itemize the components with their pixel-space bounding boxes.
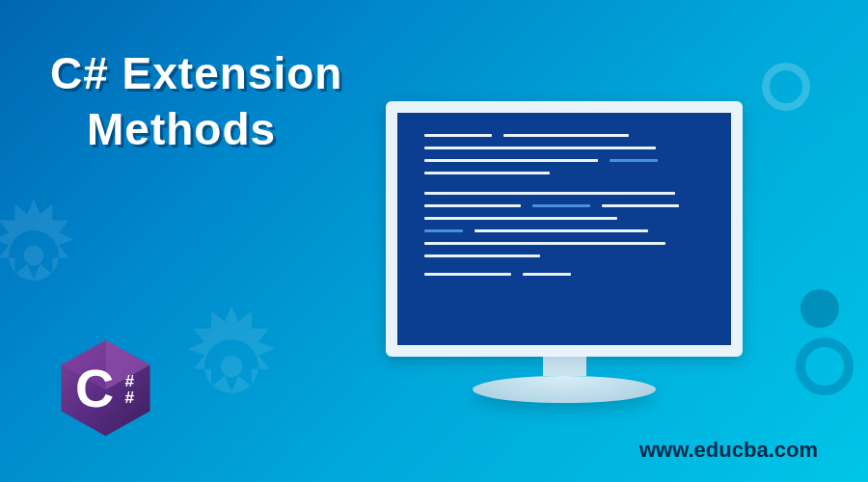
logo-hash-bottom: # <box>125 388 135 407</box>
banner-container: C# Extension Methods <box>0 0 868 482</box>
monitor-neck <box>543 357 586 376</box>
decoration-circle <box>800 289 839 328</box>
gear-icon <box>0 193 96 318</box>
logo-c-letter: C <box>75 359 114 418</box>
monitor-illustration <box>386 101 743 410</box>
title-line-2: Methods <box>50 102 342 158</box>
website-url: www.educba.com <box>639 438 818 463</box>
page-title: C# Extension Methods <box>50 46 342 157</box>
title-line-1: C# Extension <box>50 46 342 102</box>
monitor-base <box>473 376 656 403</box>
gear-icon <box>164 299 299 434</box>
monitor-screen <box>386 101 743 357</box>
decoration-circle <box>796 337 854 395</box>
csharp-logo-icon: C # # <box>50 333 161 443</box>
decoration-circle <box>762 63 810 111</box>
